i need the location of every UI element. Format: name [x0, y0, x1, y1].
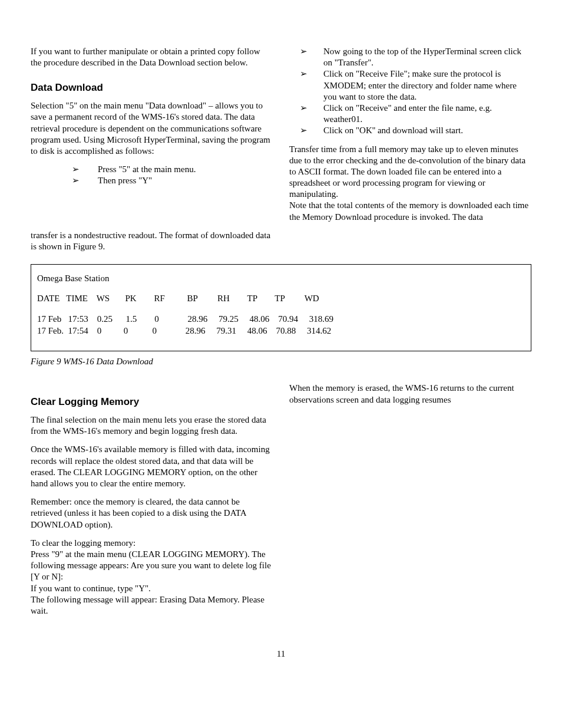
step-receive-file: ➢ Click on "Receive File"; make sure the…	[300, 68, 531, 103]
figure-9-box: Omega Base Station DATE TIME WS PK RF BP…	[31, 264, 531, 351]
upper-columns: If you want to further manipulate or obt…	[31, 46, 531, 230]
heading-data-download: Data Download	[31, 81, 273, 94]
memory-note-paragraph: Note that the total contents of the memo…	[289, 200, 531, 222]
right-column-lower: When the memory is erased, the WMS-16 re…	[289, 383, 531, 624]
clear-para-4d: The following message will appear: Erasi…	[31, 594, 273, 617]
step-press-y: ➢ Then press "Y"	[72, 175, 273, 186]
bullet-icon: ➢	[300, 125, 308, 136]
lower-columns: Clear Logging Memory The final selection…	[31, 383, 531, 624]
steps-right: ➢ Now going to the top of the HyperTermi…	[289, 46, 531, 137]
step-ok: ➢ Click on "OK'' and download will start…	[300, 125, 531, 136]
clear-para-4b: Press "9" at the main menu (CLEAR LOGGIN…	[31, 549, 273, 583]
steps-left: ➢ Press "5" at the main menu. ➢ Then pre…	[31, 164, 273, 186]
data-download-intro: Selection "5" on the main menu "Data dow…	[31, 100, 273, 157]
figure-9-caption: Figure 9 WMS-16 Data Download	[31, 356, 531, 367]
left-column: If you want to further manipulate or obt…	[31, 46, 273, 230]
page-number: 11	[31, 648, 531, 660]
bullet-icon: ➢	[300, 46, 308, 68]
bullet-icon: ➢	[72, 175, 80, 186]
step-press-5: ➢ Press "5" at the main menu.	[72, 164, 273, 175]
clear-para-4c: If you want to continue, type "Y".	[31, 583, 273, 594]
step-text: Press "5" at the main menu.	[98, 164, 273, 175]
bullet-icon: ➢	[300, 68, 308, 103]
nondestructive-paragraph: transfer is a nondestructive readout. Th…	[31, 230, 272, 252]
clear-right-para: When the memory is erased, the WMS-16 re…	[289, 383, 531, 405]
left-column-lower: Clear Logging Memory The final selection…	[31, 383, 273, 624]
step-text: Click on "Receive File"; make sure the p…	[323, 68, 531, 103]
step-text: Click on "OK'' and download will start.	[323, 125, 531, 136]
bullet-icon: ➢	[72, 164, 80, 175]
heading-clear-memory: Clear Logging Memory	[31, 396, 273, 409]
figure-table-header: DATE TIME WS PK RF BP RH TP TP WD	[37, 292, 525, 304]
step-receive: ➢ Click on "Receive" and enter the file …	[300, 103, 531, 125]
step-transfer: ➢ Now going to the top of the HyperTermi…	[300, 46, 531, 68]
clear-para-4a: To clear the logging memory:	[31, 538, 273, 549]
step-text: Then press "Y"	[98, 175, 273, 186]
clear-para-3: Remember: once the memory is cleared, th…	[31, 496, 273, 531]
figure-row-2: 17 Feb. 17:54 0 0 0 28.96 79.31 48.06 70…	[37, 325, 525, 337]
clear-para-2: Once the WMS-16's available memory is fi…	[31, 444, 273, 489]
figure-row-1: 17 Feb 17:53 0.25 1.5 0 28.96 79.25 48.0…	[37, 313, 525, 325]
figure-title: Omega Base Station	[37, 273, 525, 284]
step-text: Click on "Receive" and enter the file na…	[323, 103, 531, 125]
bullet-icon: ➢	[300, 103, 308, 125]
clear-para-1: The final selection on the main menu let…	[31, 414, 273, 437]
intro-paragraph: If you want to further manipulate or obt…	[31, 46, 273, 68]
transfer-time-paragraph: Transfer time from a full memory may tak…	[289, 144, 531, 200]
right-column: ➢ Now going to the top of the HyperTermi…	[289, 46, 531, 230]
step-text: Now going to the top of the HyperTermina…	[323, 46, 531, 68]
